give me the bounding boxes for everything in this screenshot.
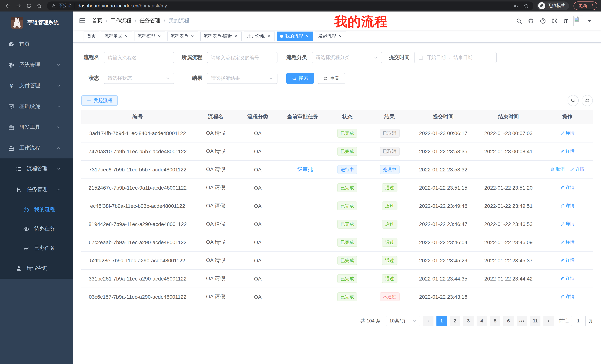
status-badge: 已完成 [337, 183, 357, 192]
jump-page-input[interactable] [571, 316, 586, 326]
process-name-input[interactable] [104, 52, 174, 63]
more-pages-button[interactable]: ••• [517, 316, 527, 326]
tab-process-definition[interactable]: 流程定义× [101, 31, 132, 41]
detail-link[interactable]: 详情 [560, 221, 574, 227]
detail-link[interactable]: 详情 [560, 203, 574, 209]
cancel-link[interactable]: 取消 [550, 166, 565, 172]
tab-process-model[interactable]: 流程模型× [134, 31, 165, 41]
tab-home[interactable]: 首页 [84, 31, 99, 41]
close-icon[interactable]: × [305, 34, 310, 39]
password-key-icon[interactable] [513, 3, 519, 8]
sidebar-item-home[interactable]: 首页 [0, 34, 73, 55]
browser-back-button[interactable] [4, 1, 13, 10]
status-label: 状态 [81, 75, 104, 82]
result-select[interactable]: 请选择流结果 [207, 73, 278, 84]
start-process-button[interactable]: 发起流程 [81, 95, 118, 106]
current-task-link[interactable]: 一级审批 [292, 166, 313, 172]
close-icon[interactable]: × [157, 34, 162, 39]
next-page-button[interactable] [543, 316, 554, 326]
address-bar[interactable]: 不安全 dashboard.yudao.iocoder.cn/bpm/task/… [47, 1, 533, 10]
detail-link[interactable]: 详情 [560, 148, 574, 154]
reset-button[interactable]: 重置 [318, 73, 345, 84]
sidebar-item-done-task[interactable]: 已办任务 [0, 239, 73, 258]
tab-process-form-edit[interactable]: 流程表单-编辑× [200, 31, 242, 41]
sidebar-item-my-process[interactable]: 我的流程 [0, 200, 73, 219]
breadcrumb-workflow[interactable]: 工作流程 [111, 18, 131, 24]
sidebar-item-task-mgmt[interactable]: 任务管理 [0, 179, 73, 200]
start-date-placeholder: 开始日期 [426, 54, 446, 61]
close-icon[interactable]: × [338, 34, 343, 39]
tags-view-bar: 首页 流程定义× 流程模型× 流程表单× 流程表单-编辑× 用户分组× 我的流程… [73, 30, 601, 43]
detail-link[interactable]: 详情 [560, 294, 574, 300]
avatar[interactable] [573, 15, 583, 26]
fullscreen-icon[interactable] [551, 18, 558, 24]
sidebar-item-process-mgmt[interactable]: 流程管理 [0, 158, 73, 179]
page-button-3[interactable]: 3 [463, 316, 474, 326]
page-button-2[interactable]: 2 [450, 316, 460, 326]
sidebar-item-payment[interactable]: ¥ 支付管理 [0, 75, 73, 96]
sidebar-item-system[interactable]: 系统管理 [0, 55, 73, 75]
sidebar-item-infra[interactable]: 基础设施 [0, 96, 73, 117]
prev-page-button[interactable] [423, 316, 433, 326]
calendar-icon [418, 55, 423, 60]
detail-link[interactable]: 详情 [560, 184, 574, 191]
chevron-down-icon [56, 63, 61, 67]
close-icon[interactable]: × [190, 34, 195, 39]
avatar-caret-down-icon[interactable] [587, 18, 593, 24]
breadcrumb-current: 我的流程 [169, 18, 189, 24]
close-icon[interactable]: × [266, 34, 271, 39]
page-button-6[interactable]: 6 [503, 316, 514, 326]
cell-category: OA [237, 160, 278, 179]
sidebar-item-todo-task[interactable]: 待办任务 [0, 219, 73, 239]
pencil-icon [560, 131, 564, 135]
col-category: 流程分类 [237, 110, 278, 124]
sidebar-item-workflow[interactable]: 工作流程 [0, 138, 73, 158]
detail-link[interactable]: 详情 [560, 130, 574, 136]
bookmark-star-icon[interactable] [523, 3, 529, 9]
col-actions: 操作 [542, 110, 593, 124]
cell-name: OA 请假 [194, 233, 237, 251]
detail-link[interactable]: 详情 [560, 239, 574, 245]
detail-link[interactable]: 详情 [560, 257, 574, 263]
detail-link[interactable]: 详情 [570, 166, 584, 172]
tab-start-process[interactable]: 发起流程× [315, 31, 346, 41]
col-end-time: 结束时间 [475, 110, 542, 124]
page-button-5[interactable]: 5 [490, 316, 500, 326]
font-size-icon[interactable]: tT [563, 18, 568, 24]
page-button-11[interactable]: 11 [530, 316, 541, 326]
browser-reload-button[interactable] [25, 1, 33, 10]
breadcrumb-home[interactable]: 首页 [92, 18, 102, 24]
toggle-search-button[interactable] [568, 95, 579, 106]
cell-submit-time: 2022-01-22 23:49:46 [411, 197, 475, 215]
header-search-icon[interactable] [516, 18, 522, 24]
tab-user-group[interactable]: 用户分组× [244, 31, 275, 41]
status-select[interactable]: 请选择状态 [104, 73, 174, 84]
hamburger-icon[interactable] [79, 17, 86, 25]
pencil-icon [560, 240, 564, 244]
page-button-4[interactable]: 4 [477, 316, 487, 326]
browser-menu-icon[interactable] [590, 3, 595, 8]
cell-task [278, 233, 327, 251]
browser-home-button[interactable] [35, 1, 44, 10]
browser-update-button[interactable]: 更新 [573, 1, 597, 10]
page-size-select[interactable]: 10条/页 [386, 316, 420, 326]
jump-suffix-label: 页 [588, 317, 593, 324]
refresh-table-button[interactable] [582, 95, 593, 106]
detail-link[interactable]: 详情 [560, 275, 574, 282]
search-button[interactable]: 搜索 [286, 73, 314, 84]
sidebar-item-devtools[interactable]: 研发工具 [0, 117, 73, 138]
category-select[interactable]: 请选择流程分类 [312, 52, 382, 63]
sidebar-item-leave-query[interactable]: 请假查询 [0, 258, 73, 279]
tab-process-form[interactable]: 流程表单× [167, 31, 198, 41]
tab-my-process-active[interactable]: 我的流程× [277, 31, 313, 41]
breadcrumb-task-mgmt[interactable]: 任务管理 [140, 18, 160, 24]
submit-time-range-picker[interactable]: 开始日期 - 结束日期 [414, 52, 497, 63]
close-icon[interactable]: × [233, 34, 239, 39]
browser-forward-button[interactable] [14, 1, 23, 10]
github-icon[interactable] [528, 18, 534, 24]
help-icon[interactable] [540, 18, 546, 24]
app-logo[interactable]: 芋道管理系统 [0, 11, 73, 34]
process-def-input[interactable] [207, 52, 278, 63]
page-button-1[interactable]: 1 [436, 316, 447, 326]
close-icon[interactable]: × [124, 34, 129, 39]
